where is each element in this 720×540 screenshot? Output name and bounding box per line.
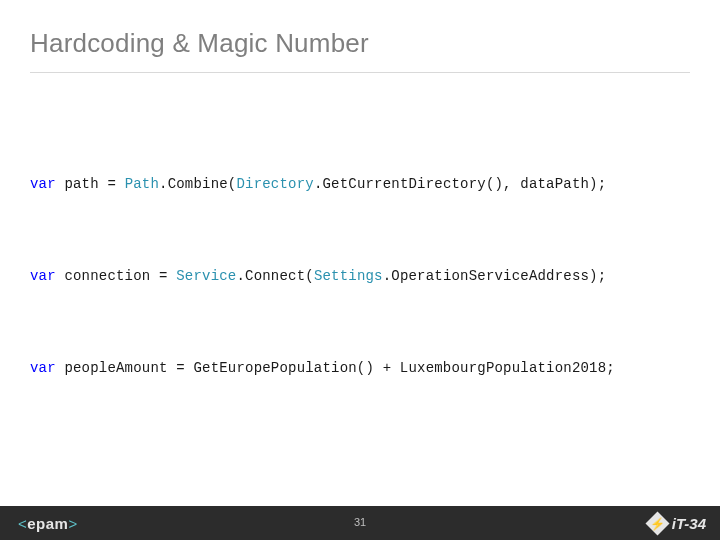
slide-title: Hardcoding & Magic Number (30, 28, 369, 59)
class-path: Path (125, 176, 159, 192)
footer-bar: <epam> 31 ⚡ iT-34 (0, 506, 720, 540)
keyword-var: var (30, 176, 56, 192)
keyword-var: var (30, 268, 56, 284)
code-text: .GetCurrentDirectory(), dataPath); (314, 176, 606, 192)
class-directory: Directory (236, 176, 313, 192)
page-number: 31 (0, 516, 720, 528)
code-line-3: var peopleAmount = GetEuropePopulation()… (30, 360, 615, 376)
slide: Hardcoding & Magic Number var path = Pat… (0, 0, 720, 540)
code-text: path = (56, 176, 125, 192)
class-service: Service (176, 268, 236, 284)
code-text: .OperationServiceAddress); (383, 268, 607, 284)
class-settings: Settings (314, 268, 383, 284)
bolt-icon: ⚡ (645, 511, 669, 535)
code-text: connection = (56, 268, 176, 284)
keyword-var: var (30, 360, 56, 376)
code-line-1: var path = Path.Combine(Directory.GetCur… (30, 176, 606, 192)
bolt-glyph: ⚡ (650, 517, 665, 529)
code-text: .Connect( (236, 268, 313, 284)
code-text: peopleAmount = GetEuropePopulation() + L… (56, 360, 615, 376)
code-text: .Combine( (159, 176, 236, 192)
title-divider (30, 72, 690, 73)
code-line-2: var connection = Service.Connect(Setting… (30, 268, 606, 284)
footer-right-text: iT-34 (672, 515, 706, 532)
footer-right-label: ⚡ iT-34 (649, 506, 706, 540)
